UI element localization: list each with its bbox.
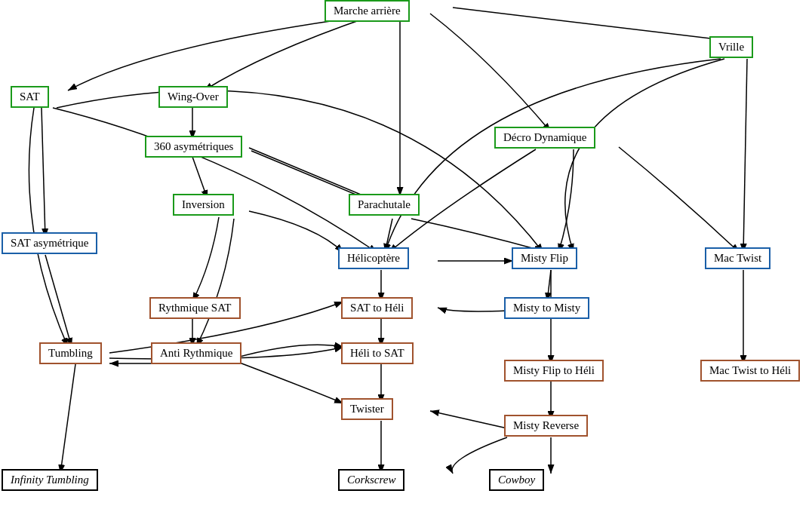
node-cowboy: Cowboy xyxy=(489,469,544,491)
svg-line-5 xyxy=(45,255,72,347)
node-marche-arriere: Marche arrière xyxy=(324,0,410,22)
node-tumbling: Tumbling xyxy=(39,342,102,364)
node-helicoptere: Hélicoptère xyxy=(338,247,409,269)
node-twister: Twister xyxy=(341,398,393,420)
node-sat-asym: SAT asymétrique xyxy=(2,232,97,254)
svg-line-7 xyxy=(743,59,747,253)
node-decro-dynamique: Décro Dynamique xyxy=(494,127,595,149)
node-infinity-tumbling: Infinity Tumbling xyxy=(2,469,98,491)
node-misty-to-misty: Misty to Misty xyxy=(504,297,589,319)
node-vrille: Vrille xyxy=(709,36,753,58)
node-corkscrew: Corkscrew xyxy=(338,469,404,491)
node-360-asym: 360 asymétriques xyxy=(145,136,242,158)
svg-line-2 xyxy=(192,157,208,199)
node-wingover: Wing-Over xyxy=(158,86,228,108)
node-inversion: Inversion xyxy=(173,194,234,216)
node-heli-to-sat: Héli to SAT xyxy=(341,342,414,364)
node-sat: SAT xyxy=(11,86,49,108)
node-misty-flip: Misty Flip xyxy=(512,247,577,269)
node-mac-twist: Mac Twist xyxy=(705,247,770,269)
node-misty-flip-to-heli: Misty Flip to Héli xyxy=(504,360,604,382)
svg-line-19 xyxy=(430,411,507,428)
svg-line-10 xyxy=(60,364,75,474)
node-parachutale: Parachutale xyxy=(349,194,420,216)
node-misty-reverse: Misty Reverse xyxy=(504,415,588,437)
node-rythmique-sat: Rythmique SAT xyxy=(149,297,241,319)
node-anti-rythmique: Anti Rythmique xyxy=(151,342,241,364)
node-mac-twist-to-heli: Mac Twist to Héli xyxy=(700,360,800,382)
node-sat-to-heli: SAT to Héli xyxy=(341,297,413,319)
